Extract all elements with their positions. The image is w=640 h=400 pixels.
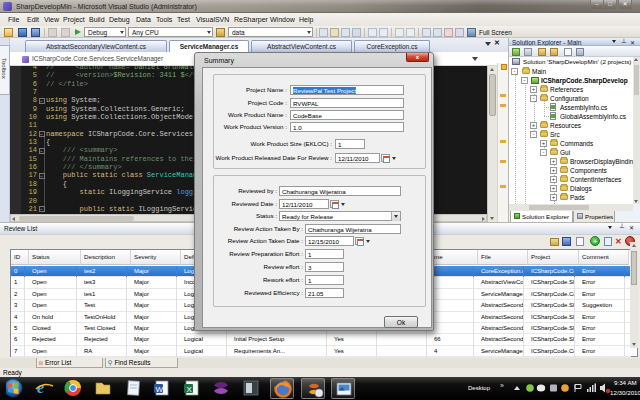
svg-text:X: X — [187, 385, 193, 394]
svg-text:W: W — [156, 385, 164, 394]
